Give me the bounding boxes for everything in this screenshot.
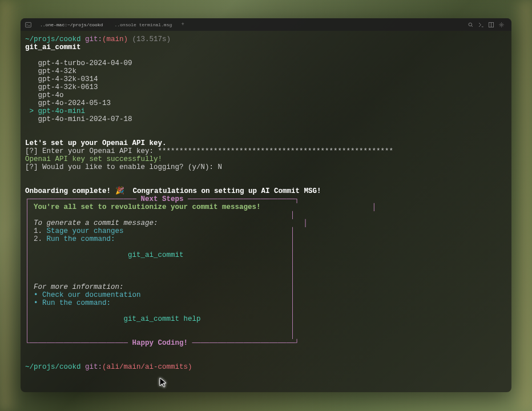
svg-rect-0: [25, 22, 31, 27]
box-top: ┌─────────────────────────: [25, 195, 141, 203]
model-option: gpt-4-32k-0613: [38, 83, 98, 91]
model-option: gpt-4o-mini-2024-07-18: [38, 115, 132, 123]
entered-command: git_ai_commit: [25, 43, 81, 51]
split-icon[interactable]: [487, 21, 494, 28]
tab-1[interactable]: ..one-mac:~/projs/cookd: [35, 21, 107, 29]
step-2: Run the command:: [47, 235, 115, 243]
mouse-cursor-icon: [159, 377, 168, 388]
new-tab-button[interactable]: +: [179, 21, 187, 29]
box-bottom: └───────────────────────: [25, 339, 132, 347]
svg-point-5: [501, 24, 502, 26]
settings-icon[interactable]: [498, 21, 505, 28]
model-option: gpt-4-turbo-2024-04-09: [38, 59, 132, 67]
prompt-branch: (main): [102, 35, 128, 43]
box-title: Next Steps: [141, 195, 184, 203]
command-example-1: git_ai_commit: [128, 251, 184, 259]
congrats: Congratulations on setting up AI Commit …: [124, 187, 321, 195]
selection-pointer: >: [30, 107, 34, 115]
prompt2-path: ~/projs/cookd: [25, 363, 81, 371]
command-icon[interactable]: [477, 21, 484, 28]
run-cmd-info: Run the command:: [42, 299, 111, 307]
revolutionize-text: You're all set to revolutionize your com…: [34, 203, 261, 211]
prompt2-git: git:: [85, 363, 102, 371]
info-label: For more information:: [34, 283, 124, 291]
step-1: Stage your changes: [47, 227, 124, 235]
terminal-window: ..one-mac:~/projs/cookd ..onsole termina…: [21, 18, 511, 392]
terminal-output[interactable]: ~/projs/cookd git:(main) (13.517s) git_a…: [21, 31, 511, 376]
prompt-time: (13.517s): [132, 35, 171, 43]
onboarding-complete: Onboarding complete!: [25, 187, 115, 195]
prompt2-branch: (ali/main/ai-commits): [102, 363, 192, 371]
tab-bar: ..one-mac:~/projs/cookd ..onsole termina…: [21, 18, 511, 31]
search-icon[interactable]: [467, 21, 474, 28]
setup-heading: Let's set up your Openai API key.: [25, 139, 167, 147]
party-icon: 🎉: [115, 187, 124, 195]
model-option-selected: gpt-4o-mini: [38, 107, 86, 115]
svg-line-2: [471, 25, 472, 26]
model-option: gpt-4-32k: [38, 67, 77, 75]
model-option: gpt-4o: [38, 91, 64, 99]
tab-2[interactable]: ..onsole terminal.msg: [110, 21, 176, 29]
command-example-2: git_ai_commit help: [124, 315, 201, 323]
model-option: gpt-4-32k-0314: [38, 75, 98, 83]
prompt-git: git:: [85, 35, 102, 43]
svg-point-1: [469, 23, 472, 26]
happy-coding: Happy Coding!: [132, 339, 188, 347]
api-key-prompt: [?] Enter your Openai API key:: [25, 147, 158, 155]
model-option: gpt-4o-2024-05-13: [38, 99, 111, 107]
logging-prompt: [?] Would you like to enable logging? (y…: [25, 163, 218, 171]
api-key-masked: ****************************************…: [158, 147, 394, 155]
generate-label: To generate a commit message:: [34, 219, 158, 227]
logging-answer: N: [218, 163, 223, 171]
terminal-icon: [24, 21, 32, 29]
doc-link: Check our documentation: [42, 291, 141, 299]
prompt-path: ~/projs/cookd: [25, 35, 81, 43]
api-success: Openai API key set successfully!: [25, 155, 162, 163]
